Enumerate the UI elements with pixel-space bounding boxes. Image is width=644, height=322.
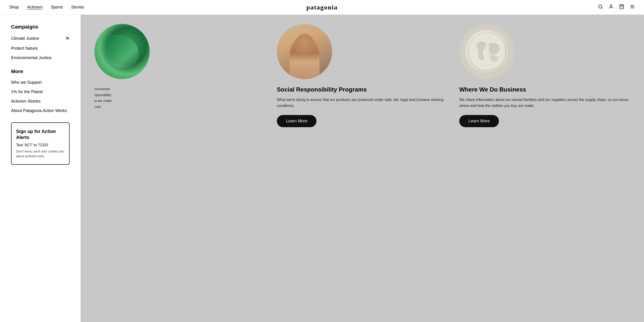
nav-shop[interactable]: Shop [9, 5, 19, 10]
portrait-image [277, 24, 332, 79]
partial-card-text: ronmentalsponsibilityw we makeucts. [94, 86, 112, 110]
account-icon[interactable] [608, 4, 614, 10]
sidebar-item-who-we-support[interactable]: Who we Support [11, 80, 70, 85]
aerial-image [94, 24, 150, 79]
main-nav: Shop Activism Sports Stories [9, 5, 84, 10]
where-we-do-business-text: We share information about our owned fac… [459, 97, 630, 109]
menu-icon[interactable] [630, 4, 635, 10]
card-partial: ronmentalsponsibilityw we makeucts. [94, 24, 265, 116]
sign-up-subtext: Don't worry, we'll only contact you abou… [16, 149, 64, 159]
nav-activism[interactable]: Activism [27, 5, 42, 10]
sidebar-item-action-works[interactable]: About Patagonia Action Works [11, 108, 70, 113]
sidebar-item-climate-justice[interactable]: Climate Justice ✕ [11, 35, 70, 41]
cart-icon[interactable] [619, 4, 624, 10]
sidebar-item-protect-nature[interactable]: Protect Nature [11, 46, 70, 51]
header-actions [598, 4, 635, 10]
more-heading: More [11, 69, 70, 75]
sidebar-item-environmental-justice[interactable]: Environmental Justice [11, 55, 70, 60]
social-responsibility-title: Social Responsibility Programs [277, 86, 367, 93]
social-responsibility-learn-more-button[interactable]: Learn More [277, 115, 316, 127]
sidebar: Campaigns Climate Justice ✕ Protect Natu… [0, 15, 80, 322]
where-we-do-business-title: Where We Do Business [459, 86, 526, 93]
card-where-we-do-business: Where We Do Business We share informatio… [459, 24, 630, 127]
sign-up-act-text: Text 'ACT' to 71333 [16, 143, 64, 147]
nav-sports[interactable]: Sports [51, 5, 63, 10]
page-wrapper: Campaigns Climate Justice ✕ Protect Natu… [0, 15, 644, 322]
svg-point-2 [610, 4, 612, 6]
campaigns-heading: Campaigns [11, 24, 70, 30]
social-responsibility-text: What we're doing to ensure that our prod… [277, 97, 448, 109]
header: Shop Activism Sports Stories patagonia [0, 0, 644, 15]
svg-point-0 [599, 4, 602, 8]
nav-stories[interactable]: Stories [71, 5, 84, 10]
svg-line-1 [602, 7, 602, 8]
sidebar-item-1pct-planet[interactable]: 1% for the Planet [11, 89, 70, 94]
globe-image [459, 24, 514, 79]
sign-up-title: Sign up for Action Alerts [16, 128, 64, 140]
close-icon[interactable]: ✕ [66, 35, 70, 41]
sign-up-box: Sign up for Action Alerts Text 'ACT' to … [11, 122, 70, 165]
site-logo[interactable]: patagonia [306, 4, 338, 11]
sidebar-item-activism-stories[interactable]: Activism Stories [11, 99, 70, 104]
card-social-responsibility: Social Responsibility Programs What we'r… [277, 24, 448, 127]
main-content: ronmentalsponsibilityw we makeucts. Soci… [80, 15, 644, 322]
search-icon[interactable] [598, 4, 603, 10]
where-we-do-business-learn-more-button[interactable]: Learn More [459, 115, 499, 127]
